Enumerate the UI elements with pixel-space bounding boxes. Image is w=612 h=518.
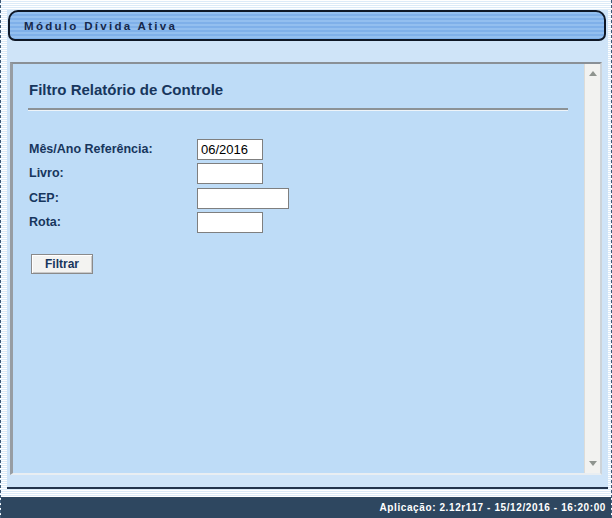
scroll-up-icon[interactable] bbox=[589, 71, 597, 76]
livro-input[interactable] bbox=[197, 163, 263, 184]
mes-ano-referencia-label: Mês/Ano Referência: bbox=[29, 139, 153, 160]
form-title: Filtro Relatório de Controle bbox=[29, 81, 223, 98]
screen: Módulo Dívida Ativa Filtro Relatório de … bbox=[0, 0, 612, 518]
module-header-bar: Módulo Dívida Ativa bbox=[8, 10, 606, 41]
filtrar-button[interactable]: Filtrar bbox=[31, 254, 93, 274]
rota-label: Rota: bbox=[29, 212, 61, 233]
scroll-down-icon[interactable] bbox=[589, 461, 597, 466]
rota-input[interactable] bbox=[197, 212, 263, 233]
module-title: Módulo Dívida Ativa bbox=[24, 20, 177, 32]
application-version-text: Aplicação: 2.12r117 - 15/12/2016 - 16:20… bbox=[380, 502, 607, 513]
cep-label: CEP: bbox=[29, 188, 59, 209]
module-window: Módulo Dívida Ativa Filtro Relatório de … bbox=[7, 10, 608, 489]
cep-input[interactable] bbox=[197, 188, 289, 209]
livro-label: Livro: bbox=[29, 163, 64, 184]
vertical-scrollbar[interactable] bbox=[584, 64, 600, 473]
filter-panel: Filtro Relatório de Controle Mês/Ano Ref… bbox=[10, 62, 602, 475]
mes-ano-referencia-input[interactable] bbox=[197, 139, 263, 160]
title-divider bbox=[28, 108, 568, 110]
application-status-bar: Aplicação: 2.12r117 - 15/12/2016 - 16:20… bbox=[1, 497, 612, 518]
